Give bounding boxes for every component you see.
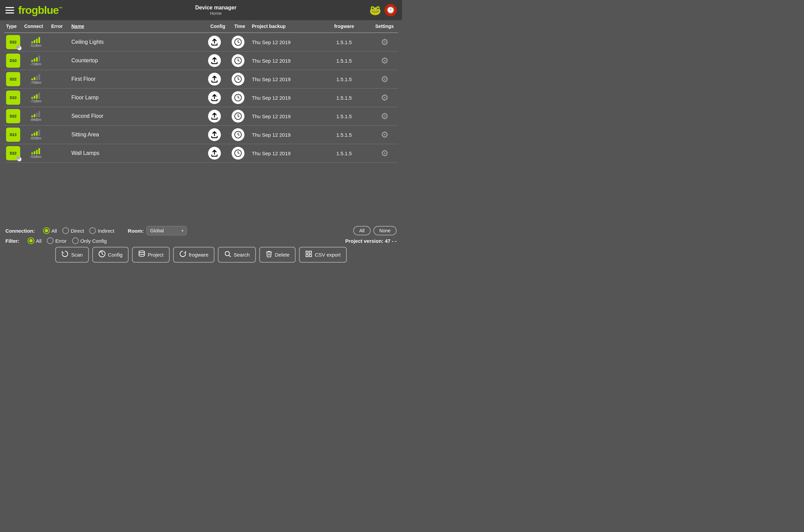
search-button[interactable]: Search xyxy=(218,247,256,263)
cell-settings[interactable]: ⚙ xyxy=(371,107,398,126)
cell-config[interactable] xyxy=(206,89,230,107)
cell-name[interactable]: Wall Lamps xyxy=(69,144,206,163)
all-button[interactable]: All xyxy=(353,226,371,235)
delete-button[interactable]: Delete xyxy=(259,247,295,263)
frogware-label: frogware xyxy=(189,252,208,258)
cell-name[interactable]: Floor Lamp xyxy=(69,89,206,107)
config-button[interactable] xyxy=(208,147,221,159)
hamburger-menu[interactable] xyxy=(5,7,14,14)
config-button[interactable] xyxy=(208,36,221,49)
settings-gear-icon[interactable]: ⚙ xyxy=(381,148,388,158)
cell-config[interactable] xyxy=(206,107,230,126)
cell-time[interactable] xyxy=(230,126,250,144)
svg-point-9 xyxy=(225,251,230,256)
col-header-settings: Settings xyxy=(371,20,398,33)
page-title: Device manager xyxy=(195,5,237,11)
bottom-toolbar: Scan Config Project frogware Search Dele… xyxy=(5,247,397,263)
cell-settings[interactable]: ⚙ xyxy=(371,144,398,163)
cell-name[interactable]: First Floor xyxy=(69,70,206,89)
cell-name[interactable]: Countertop xyxy=(69,52,206,70)
csv-export-button[interactable]: CSV export xyxy=(299,247,347,263)
table-row[interactable]: D13-82dbmSitting Area Thu Sep 12 20191.5… xyxy=(4,126,398,144)
cell-time[interactable] xyxy=(230,70,250,89)
cell-time[interactable] xyxy=(230,52,250,70)
config-button[interactable]: Config xyxy=(92,247,129,263)
config-button[interactable] xyxy=(208,110,221,122)
connection-all-option[interactable]: All xyxy=(43,227,57,234)
cell-time[interactable] xyxy=(230,89,250,107)
table-row[interactable]: D10-73dbmCountertop Thu Sep 12 20191.5.1… xyxy=(4,52,398,70)
cell-time[interactable] xyxy=(230,107,250,126)
settings-gear-icon[interactable]: ⚙ xyxy=(381,74,388,84)
search-label: Search xyxy=(234,252,250,258)
all-none-group: All None xyxy=(353,226,397,235)
room-select[interactable]: Global Home Office xyxy=(147,226,187,235)
frogware-button[interactable]: frogware xyxy=(173,247,214,263)
table-row[interactable]: D22-84dbmSecond Floor Thu Sep 12 20191.5… xyxy=(4,107,398,126)
filter-onlyconfig-radio[interactable] xyxy=(72,238,79,244)
cell-config[interactable] xyxy=(206,52,230,70)
connection-all-radio[interactable] xyxy=(43,227,50,234)
cell-settings[interactable]: ⚙ xyxy=(371,52,398,70)
filter-all-radio[interactable] xyxy=(27,238,34,244)
delete-label: Delete xyxy=(275,252,290,258)
cell-config[interactable] xyxy=(206,33,230,52)
cell-backup-date: Thu Sep 12 2019 xyxy=(250,107,317,126)
table-row[interactable]: D10-72dbmFloor Lamp Thu Sep 12 20191.5.1… xyxy=(4,89,398,107)
cell-error xyxy=(49,126,69,144)
settings-gear-icon[interactable]: ⚙ xyxy=(381,56,388,66)
cell-settings[interactable]: ⚙ xyxy=(371,70,398,89)
connection-direct-option[interactable]: Direct xyxy=(62,227,84,234)
config-button[interactable] xyxy=(208,128,221,141)
room-select-wrapper: Global Home Office xyxy=(147,226,187,235)
connection-indirect-option[interactable]: Indirect xyxy=(89,227,114,234)
connection-indirect-radio[interactable] xyxy=(89,227,96,234)
svg-rect-14 xyxy=(309,254,311,256)
config-button[interactable] xyxy=(208,91,221,104)
settings-gear-icon[interactable]: ⚙ xyxy=(381,111,388,121)
cell-config[interactable] xyxy=(206,70,230,89)
col-header-type: Type xyxy=(4,20,22,33)
col-header-name: Name xyxy=(69,20,206,33)
time-icon xyxy=(232,54,245,67)
filter-error-radio[interactable] xyxy=(47,238,54,244)
config-button[interactable] xyxy=(208,73,221,86)
cell-config[interactable] xyxy=(206,126,230,144)
settings-gear-icon[interactable]: ⚙ xyxy=(381,93,388,103)
signal-bars-icon xyxy=(31,93,40,99)
table-row[interactable]: D22-79dbmFirst Floor Thu Sep 12 20191.5.… xyxy=(4,70,398,89)
dbm-value: -79dbm xyxy=(30,81,41,84)
cell-error xyxy=(49,107,69,126)
connection-radio-group: All Direct Indirect xyxy=(43,227,114,234)
cell-settings[interactable]: ⚙ xyxy=(371,126,398,144)
scan-button[interactable]: Scan xyxy=(55,247,89,263)
upload-icon xyxy=(210,75,218,83)
settings-gear-icon[interactable]: ⚙ xyxy=(381,37,388,47)
filter-all-option[interactable]: All xyxy=(27,238,42,244)
cell-settings[interactable]: ⚙ xyxy=(371,89,398,107)
table-row[interactable]: D22🕐-51dbmCeiling Lights Thu Sep 12 2019… xyxy=(4,33,398,52)
config-button[interactable] xyxy=(208,54,221,67)
connection-label: Connection: xyxy=(5,228,35,234)
settings-gear-icon[interactable]: ⚙ xyxy=(381,130,388,140)
upload-icon xyxy=(210,94,218,102)
cell-name[interactable]: Ceiling Lights xyxy=(69,33,206,52)
cell-config[interactable] xyxy=(206,144,230,163)
header: frogblue™ Device manager Home 🐸 🕐 xyxy=(0,0,402,20)
project-button[interactable]: Project xyxy=(132,247,170,263)
none-button[interactable]: None xyxy=(374,226,397,235)
device-badge: D22 xyxy=(6,72,20,86)
cell-time[interactable] xyxy=(230,33,250,52)
frogware-icon xyxy=(179,250,187,259)
table-row[interactable]: D22🕐-53dbmWall Lamps Thu Sep 12 20191.5.… xyxy=(4,144,398,163)
cell-type: D22 xyxy=(4,70,22,89)
filter-error-option[interactable]: Error xyxy=(47,238,66,244)
connection-direct-radio[interactable] xyxy=(62,227,69,234)
signal-bars-icon xyxy=(31,56,40,62)
cell-settings[interactable]: ⚙ xyxy=(371,33,398,52)
cell-name[interactable]: Sitting Area xyxy=(69,126,206,144)
cell-name[interactable]: Second Floor xyxy=(69,107,206,126)
cell-time[interactable] xyxy=(230,144,250,163)
filter-onlyconfig-option[interactable]: Only Config xyxy=(72,238,107,244)
app-logo: frogblue™ xyxy=(18,4,62,17)
